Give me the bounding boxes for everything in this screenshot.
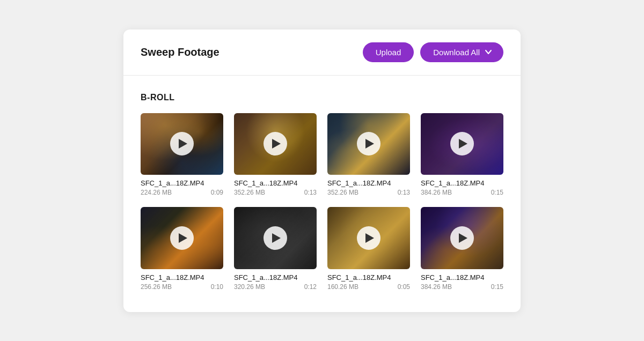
- video-thumbnail: [327, 207, 410, 269]
- play-icon: [272, 233, 281, 243]
- video-duration: 0:10: [211, 283, 223, 291]
- video-size: 384.26 MB: [421, 283, 452, 291]
- video-size: 160.26 MB: [327, 283, 358, 291]
- page-title: Sweep Footage: [141, 46, 219, 58]
- download-all-label: Download All: [433, 48, 480, 57]
- video-duration: 0:09: [211, 189, 223, 196]
- video-duration: 0:05: [398, 283, 410, 291]
- play-button[interactable]: [357, 132, 380, 155]
- video-duration: 0:15: [491, 283, 503, 291]
- play-icon: [459, 233, 467, 243]
- video-item[interactable]: SFC_1_a...18Z.MP4 256.26 MB 0:10: [141, 207, 223, 291]
- video-meta: 384.26 MB 0:15: [421, 189, 503, 196]
- video-thumbnail: [234, 207, 317, 269]
- play-button[interactable]: [170, 132, 194, 155]
- play-button[interactable]: [170, 226, 194, 250]
- video-size: 352.26 MB: [234, 189, 265, 196]
- video-size: 352.26 MB: [327, 189, 358, 196]
- video-thumbnail: [141, 207, 223, 269]
- play-icon: [272, 139, 281, 149]
- video-meta: 352.26 MB 0:13: [327, 189, 410, 196]
- play-button[interactable]: [264, 132, 287, 155]
- video-name: SFC_1_a...18Z.MP4: [327, 273, 410, 281]
- play-button[interactable]: [264, 226, 287, 250]
- play-button[interactable]: [450, 226, 474, 250]
- video-name: SFC_1_a...18Z.MP4: [421, 179, 503, 187]
- video-thumbnail: [141, 113, 223, 175]
- video-item[interactable]: SFC_1_a...18Z.MP4 384.26 MB 0:15: [421, 207, 503, 291]
- video-size: 384.26 MB: [421, 189, 452, 196]
- video-name: SFC_1_a...18Z.MP4: [421, 273, 503, 281]
- play-icon: [179, 139, 187, 149]
- video-meta: 224.26 MB 0:09: [141, 189, 223, 196]
- video-name: SFC_1_a...18Z.MP4: [234, 179, 317, 187]
- video-thumbnail: [421, 207, 503, 269]
- video-name: SFC_1_a...18Z.MP4: [141, 179, 223, 187]
- content-area: B-ROLL SFC_1_a...18Z.MP4 224.26 MB 0:09: [123, 76, 521, 291]
- video-size: 256.26 MB: [141, 283, 172, 291]
- video-meta: 384.26 MB 0:15: [421, 283, 503, 291]
- video-size: 224.26 MB: [141, 189, 172, 196]
- video-duration: 0:12: [304, 283, 317, 291]
- video-name: SFC_1_a...18Z.MP4: [141, 273, 223, 281]
- video-meta: 320.26 MB 0:12: [234, 283, 317, 291]
- section-title: B-ROLL: [141, 93, 503, 102]
- video-thumbnail: [421, 113, 503, 175]
- download-all-button[interactable]: Download All: [420, 42, 503, 62]
- video-meta: 352.26 MB 0:13: [234, 189, 317, 196]
- video-size: 320.26 MB: [234, 283, 265, 291]
- video-item[interactable]: SFC_1_a...18Z.MP4 224.26 MB 0:09: [141, 113, 223, 197]
- play-icon: [179, 233, 187, 243]
- video-item[interactable]: SFC_1_a...18Z.MP4 320.26 MB 0:12: [234, 207, 317, 291]
- video-item[interactable]: SFC_1_a...18Z.MP4 352.26 MB 0:13: [234, 113, 317, 197]
- video-item[interactable]: SFC_1_a...18Z.MP4 352.26 MB 0:13: [327, 113, 410, 197]
- header-actions: Upload Download All: [363, 42, 503, 62]
- play-button[interactable]: [357, 226, 380, 250]
- video-duration: 0:13: [398, 189, 410, 196]
- video-item[interactable]: SFC_1_a...18Z.MP4 160.26 MB 0:05: [327, 207, 410, 291]
- chevron-down-icon: [484, 48, 493, 56]
- video-thumbnail: [234, 113, 317, 175]
- play-icon: [459, 139, 467, 149]
- play-icon: [365, 233, 374, 243]
- video-name: SFC_1_a...18Z.MP4: [327, 179, 410, 187]
- play-button[interactable]: [450, 132, 474, 155]
- video-thumbnail: [327, 113, 410, 175]
- header: Sweep Footage Upload Download All: [123, 29, 521, 76]
- video-duration: 0:15: [491, 189, 503, 196]
- video-item[interactable]: SFC_1_a...18Z.MP4 384.26 MB 0:15: [421, 113, 503, 197]
- video-duration: 0:13: [304, 189, 317, 196]
- upload-button[interactable]: Upload: [363, 42, 414, 62]
- video-meta: 256.26 MB 0:10: [141, 283, 223, 291]
- main-container: Sweep Footage Upload Download All B-ROLL…: [123, 29, 521, 312]
- video-name: SFC_1_a...18Z.MP4: [234, 273, 317, 281]
- video-grid: SFC_1_a...18Z.MP4 224.26 MB 0:09 SFC_1_a…: [141, 113, 503, 291]
- play-icon: [365, 139, 374, 149]
- video-meta: 160.26 MB 0:05: [327, 283, 410, 291]
